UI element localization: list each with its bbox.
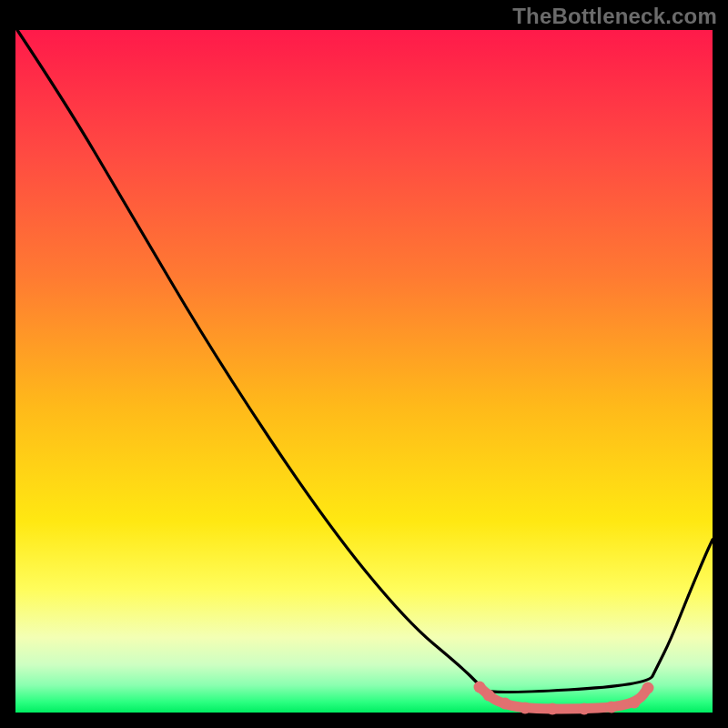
main-curve [17,30,713,693]
highlight-dot [520,703,531,714]
highlight-dot [474,682,486,693]
highlight-dot [629,697,641,709]
highlight-dot [606,702,618,713]
chart-svg [15,30,713,713]
plot-area [15,30,713,713]
highlight-dot [642,682,654,694]
highlight-dot [500,698,511,710]
highlight-dot [483,690,495,702]
watermark-text: TheBottleneck.com [512,4,717,29]
highlight-dot [579,703,591,715]
highlight-dot [547,703,559,715]
plot-frame [15,30,713,713]
